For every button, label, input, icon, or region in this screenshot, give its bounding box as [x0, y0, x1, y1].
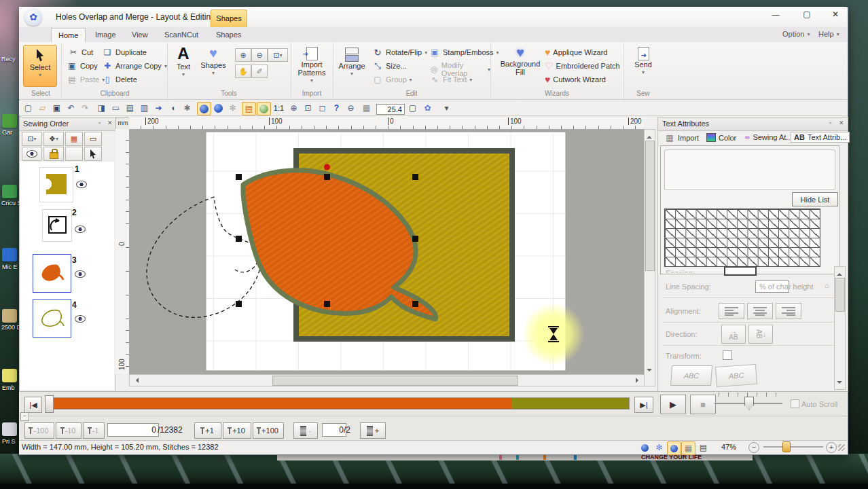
arrange-button[interactable]: Arrange ▾ [336, 45, 367, 86]
character-grid[interactable] [664, 209, 820, 267]
zoom-out-button[interactable]: ⊖ [344, 102, 357, 114]
redo-button[interactable]: ↷ [79, 102, 92, 114]
maximize-button[interactable]: ▢ [797, 10, 816, 22]
sewing-order-item-4[interactable] [33, 299, 71, 338]
direction-horizontal-button[interactable]: →AB [721, 325, 746, 344]
zoom-out-slider-button[interactable]: − [748, 442, 759, 453]
scroll-down-arrow[interactable] [647, 369, 652, 374]
visibility-eye-icon[interactable] [75, 270, 86, 278]
cut-button[interactable]: ✂Cut [68, 48, 93, 57]
tab-color[interactable]: Color [706, 133, 736, 142]
pin-icon[interactable]: ▫ [829, 120, 831, 126]
auto-scroll-checkbox[interactable] [791, 399, 799, 408]
select-button[interactable]: Select ▾ [23, 45, 57, 87]
desktop-icon[interactable] [2, 422, 17, 436]
status-solid-view-button[interactable] [667, 441, 681, 455]
zoom-fit-selection-button[interactable]: ⊡ [302, 102, 314, 114]
sewing-order-item-3[interactable] [33, 254, 71, 293]
vertical-scrollbar[interactable] [644, 129, 655, 386]
scroll-right-arrow[interactable] [636, 378, 641, 383]
next-color-button[interactable]: + [360, 422, 386, 439]
arrange-copy-button[interactable]: ✚Arrange Copy▾ [102, 61, 167, 71]
tab-shapes[interactable]: Shapes [209, 28, 248, 42]
align-center-button[interactable] [747, 303, 773, 319]
desktop-icon[interactable] [2, 185, 17, 198]
rotate-flip-button[interactable]: ↻Rotate/Flip▾ [372, 48, 427, 57]
shapes-tool-button[interactable]: ♥ Shapes ▾ [198, 45, 228, 86]
scroll-down-arrow[interactable] [837, 381, 842, 386]
forward-100-stitches-button[interactable]: +100 [253, 422, 284, 439]
desktop-icon[interactable] [2, 309, 17, 323]
grid-toggle-button[interactable]: ▦ [360, 102, 373, 114]
realistic-view-button[interactable] [197, 102, 211, 115]
close-button[interactable]: ✕ [826, 10, 845, 22]
send-button[interactable]: ➜ Send ▾ [627, 45, 659, 86]
color-sort-button[interactable]: ▤ [242, 102, 256, 115]
new-design-button[interactable]: ▢ [22, 102, 35, 114]
visibility-eye-icon[interactable] [76, 181, 87, 188]
direction-vertical-button[interactable]: AB↓ [748, 325, 773, 344]
back-1-stitch-button[interactable]: -1 [83, 422, 105, 439]
copy-button[interactable]: ▣Copy [67, 61, 98, 71]
tab-text-attributes[interactable]: ABText Attrib... [791, 132, 850, 143]
design-canvas[interactable] [129, 129, 644, 374]
tab-view[interactable]: View [125, 28, 155, 42]
zoom-actual-size-button[interactable]: 1:1 [272, 102, 285, 114]
close-panel-icon[interactable]: ✕ [107, 120, 113, 126]
text-tool-button[interactable]: A Text ▾ [171, 45, 196, 86]
align-right-button[interactable] [776, 303, 801, 319]
open-button[interactable]: ▱ [36, 102, 49, 114]
scroll-up-arrow[interactable] [837, 270, 842, 276]
so-color-button[interactable]: ▦ [65, 132, 83, 146]
status-stitch-view-button[interactable]: ✻ [653, 441, 666, 454]
scroll-thumb[interactable] [835, 278, 845, 312]
zoom-slider-track[interactable] [763, 446, 823, 448]
play-button[interactable]: ▶ [660, 395, 686, 414]
status-grid-button[interactable]: ▦ [681, 441, 695, 455]
back-100-stitches-button[interactable]: -100 [24, 422, 54, 439]
zoom-in-slider-button[interactable]: + [826, 442, 837, 453]
text-preview-box[interactable] [664, 149, 835, 190]
back-10-stitches-button[interactable]: -10 [56, 422, 82, 439]
help-menu[interactable]: Help▾ [818, 30, 839, 38]
pan-tool-button[interactable]: ✋ [235, 65, 251, 78]
desktop-icon-recycle-bin[interactable]: Recy [1, 56, 16, 62]
snowflake-view-button[interactable]: ✻ [226, 102, 239, 114]
toolbar-overflow-button[interactable]: ▾ [440, 102, 453, 114]
current-color-input[interactable] [322, 423, 346, 437]
desktop-icon[interactable] [2, 369, 17, 382]
stitch-view-button[interactable] [212, 102, 225, 114]
paste-button[interactable]: ▤Paste▾ [67, 75, 105, 84]
size-button[interactable]: ⤡Size... [372, 61, 407, 71]
design-page-hoop-button[interactable]: ▭ [109, 102, 122, 114]
help-button[interactable]: ? [330, 102, 343, 114]
print-button[interactable]: ▤ [124, 102, 137, 114]
attributes-scrollbar[interactable] [834, 266, 846, 390]
align-left-button[interactable] [719, 303, 744, 319]
so-lock-button[interactable] [43, 147, 64, 161]
so-hoop-button[interactable]: ▭ [84, 132, 102, 146]
transform-preview-arc-button[interactable]: ABC [670, 365, 712, 386]
visibility-eye-icon[interactable] [75, 225, 86, 233]
preview-button[interactable]: ◖ [166, 102, 179, 114]
spacing-input-clipped[interactable] [724, 266, 757, 276]
so-layout-button[interactable]: ❖▾ [43, 132, 64, 146]
flower-stitch-button[interactable]: ✿ [421, 102, 434, 114]
tab-scanncut[interactable]: ScanNCut [158, 28, 205, 42]
copy-image-button[interactable]: ▥ [138, 102, 151, 114]
sewing-order-item-1[interactable] [39, 167, 73, 202]
forward-10-stitches-button[interactable]: +10 [223, 422, 251, 439]
close-panel-icon[interactable]: ✕ [839, 120, 844, 126]
go-to-start-button[interactable]: |◀ [24, 397, 42, 413]
undo-button[interactable]: ↶ [65, 102, 77, 114]
scroll-up-arrow[interactable] [647, 133, 652, 139]
transform-checkbox[interactable] [723, 350, 732, 360]
status-print-button[interactable]: ▤ [697, 441, 710, 454]
stamp-emboss-button[interactable]: ▣Stamp/Emboss▾ [429, 48, 499, 57]
tab-import-patterns[interactable]: ▦Import [664, 133, 699, 143]
cutwork-wizard-button[interactable]: ♥Cutwork Wizard [545, 75, 606, 84]
zoom-mode-button[interactable]: ⊡▾ [268, 48, 288, 62]
forward-1-stitch-button[interactable]: +1 [194, 422, 221, 439]
design-property-button[interactable]: ◨ [95, 102, 108, 114]
context-tab-header-shapes[interactable]: Shapes [211, 10, 247, 27]
